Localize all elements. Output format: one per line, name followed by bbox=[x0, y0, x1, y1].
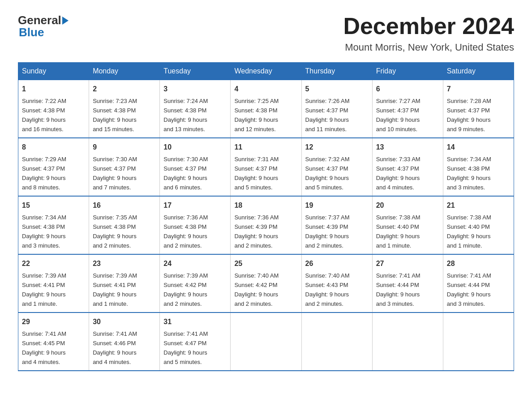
day-number: 16 bbox=[93, 200, 156, 211]
calendar-table: Sunday Monday Tuesday Wednesday Thursday… bbox=[18, 62, 514, 371]
day-info: Sunrise: 7:41 AMSunset: 4:47 PMDaylight:… bbox=[163, 330, 208, 365]
day-info: Sunrise: 7:41 AMSunset: 4:46 PMDaylight:… bbox=[93, 330, 137, 365]
calendar-day-cell bbox=[443, 313, 514, 371]
calendar-day-cell: 20 Sunrise: 7:38 AMSunset: 4:40 PMDaylig… bbox=[372, 196, 443, 254]
calendar-week-row: 8 Sunrise: 7:29 AMSunset: 4:37 PMDayligh… bbox=[18, 138, 514, 196]
day-number: 13 bbox=[376, 142, 439, 153]
day-number: 3 bbox=[163, 84, 227, 94]
calendar-day-cell: 1 Sunrise: 7:22 AMSunset: 4:38 PMDayligh… bbox=[18, 80, 89, 138]
calendar-week-row: 15 Sunrise: 7:34 AMSunset: 4:38 PMDaylig… bbox=[18, 196, 514, 254]
calendar-day-cell: 31 Sunrise: 7:41 AMSunset: 4:47 PMDaylig… bbox=[160, 313, 231, 371]
calendar-day-cell: 18 Sunrise: 7:36 AMSunset: 4:39 PMDaylig… bbox=[231, 196, 301, 254]
day-number: 2 bbox=[93, 84, 156, 94]
day-info: Sunrise: 7:36 AMSunset: 4:38 PMDaylight:… bbox=[163, 214, 208, 249]
calendar-day-cell: 17 Sunrise: 7:36 AMSunset: 4:38 PMDaylig… bbox=[160, 196, 231, 254]
day-info: Sunrise: 7:39 AMSunset: 4:41 PMDaylight:… bbox=[22, 272, 66, 307]
day-number: 9 bbox=[93, 142, 156, 153]
day-number: 17 bbox=[163, 200, 227, 211]
day-info: Sunrise: 7:37 AMSunset: 4:39 PMDaylight:… bbox=[305, 214, 350, 249]
day-number: 27 bbox=[376, 258, 439, 269]
day-number: 19 bbox=[305, 200, 369, 211]
calendar-day-cell: 27 Sunrise: 7:41 AMSunset: 4:44 PMDaylig… bbox=[372, 254, 443, 313]
day-number: 11 bbox=[234, 142, 297, 153]
calendar-day-cell: 8 Sunrise: 7:29 AMSunset: 4:37 PMDayligh… bbox=[18, 138, 89, 196]
day-number: 20 bbox=[376, 200, 439, 211]
calendar-day-cell: 23 Sunrise: 7:39 AMSunset: 4:41 PMDaylig… bbox=[89, 254, 160, 313]
day-number: 26 bbox=[305, 258, 369, 269]
day-number: 5 bbox=[305, 84, 369, 94]
day-info: Sunrise: 7:40 AMSunset: 4:43 PMDaylight:… bbox=[305, 272, 350, 307]
day-info: Sunrise: 7:40 AMSunset: 4:42 PMDaylight:… bbox=[234, 272, 279, 307]
day-info: Sunrise: 7:36 AMSunset: 4:39 PMDaylight:… bbox=[234, 214, 279, 249]
day-number: 28 bbox=[447, 258, 510, 269]
calendar-day-cell: 16 Sunrise: 7:35 AMSunset: 4:38 PMDaylig… bbox=[89, 196, 160, 254]
day-info: Sunrise: 7:29 AMSunset: 4:37 PMDaylight:… bbox=[22, 156, 66, 191]
calendar-week-row: 1 Sunrise: 7:22 AMSunset: 4:38 PMDayligh… bbox=[18, 80, 514, 138]
day-info: Sunrise: 7:26 AMSunset: 4:37 PMDaylight:… bbox=[305, 98, 350, 133]
calendar-week-row: 29 Sunrise: 7:41 AMSunset: 4:45 PMDaylig… bbox=[18, 313, 514, 371]
day-info: Sunrise: 7:23 AMSunset: 4:38 PMDaylight:… bbox=[93, 98, 137, 133]
day-number: 30 bbox=[93, 317, 156, 327]
calendar-day-cell: 9 Sunrise: 7:30 AMSunset: 4:37 PMDayligh… bbox=[89, 138, 160, 196]
day-number: 12 bbox=[305, 142, 369, 153]
day-info: Sunrise: 7:35 AMSunset: 4:38 PMDaylight:… bbox=[93, 214, 137, 249]
day-info: Sunrise: 7:33 AMSunset: 4:37 PMDaylight:… bbox=[376, 156, 420, 191]
calendar-day-cell: 24 Sunrise: 7:39 AMSunset: 4:42 PMDaylig… bbox=[160, 254, 231, 313]
day-info: Sunrise: 7:34 AMSunset: 4:38 PMDaylight:… bbox=[447, 156, 491, 191]
calendar-day-cell: 21 Sunrise: 7:38 AMSunset: 4:40 PMDaylig… bbox=[443, 196, 514, 254]
calendar-day-cell bbox=[231, 313, 301, 371]
logo-triangle-icon bbox=[62, 17, 69, 25]
header-sunday: Sunday bbox=[18, 63, 89, 80]
day-number: 18 bbox=[234, 200, 297, 211]
logo-blue: Blue bbox=[18, 26, 44, 39]
day-info: Sunrise: 7:32 AMSunset: 4:37 PMDaylight:… bbox=[305, 156, 350, 191]
day-number: 10 bbox=[163, 142, 227, 153]
calendar-day-cell: 15 Sunrise: 7:34 AMSunset: 4:38 PMDaylig… bbox=[18, 196, 89, 254]
main-title: December 2024 bbox=[343, 13, 514, 39]
day-info: Sunrise: 7:28 AMSunset: 4:37 PMDaylight:… bbox=[447, 98, 491, 133]
day-number: 14 bbox=[447, 142, 510, 153]
calendar-day-cell: 29 Sunrise: 7:41 AMSunset: 4:45 PMDaylig… bbox=[18, 313, 89, 371]
day-number: 22 bbox=[22, 258, 85, 269]
day-info: Sunrise: 7:27 AMSunset: 4:37 PMDaylight:… bbox=[376, 98, 420, 133]
day-number: 21 bbox=[447, 200, 510, 211]
calendar-day-cell: 10 Sunrise: 7:30 AMSunset: 4:37 PMDaylig… bbox=[160, 138, 231, 196]
day-info: Sunrise: 7:34 AMSunset: 4:38 PMDaylight:… bbox=[22, 214, 66, 249]
calendar-day-cell: 25 Sunrise: 7:40 AMSunset: 4:42 PMDaylig… bbox=[231, 254, 301, 313]
calendar-day-cell: 30 Sunrise: 7:41 AMSunset: 4:46 PMDaylig… bbox=[89, 313, 160, 371]
header-wednesday: Wednesday bbox=[231, 63, 301, 80]
header-tuesday: Tuesday bbox=[160, 63, 231, 80]
day-info: Sunrise: 7:25 AMSunset: 4:38 PMDaylight:… bbox=[234, 98, 279, 133]
calendar-day-cell: 3 Sunrise: 7:24 AMSunset: 4:38 PMDayligh… bbox=[160, 80, 231, 138]
day-info: Sunrise: 7:31 AMSunset: 4:37 PMDaylight:… bbox=[234, 156, 279, 191]
calendar-day-cell: 5 Sunrise: 7:26 AMSunset: 4:37 PMDayligh… bbox=[301, 80, 372, 138]
day-number: 24 bbox=[163, 258, 227, 269]
title-area: December 2024 Mount Morris, New York, Un… bbox=[343, 13, 514, 53]
day-info: Sunrise: 7:38 AMSunset: 4:40 PMDaylight:… bbox=[376, 214, 420, 249]
calendar-day-cell: 14 Sunrise: 7:34 AMSunset: 4:38 PMDaylig… bbox=[443, 138, 514, 196]
day-number: 8 bbox=[22, 142, 85, 153]
day-info: Sunrise: 7:24 AMSunset: 4:38 PMDaylight:… bbox=[163, 98, 208, 133]
day-info: Sunrise: 7:41 AMSunset: 4:45 PMDaylight:… bbox=[22, 330, 66, 365]
day-info: Sunrise: 7:41 AMSunset: 4:44 PMDaylight:… bbox=[376, 272, 420, 307]
header-monday: Monday bbox=[89, 63, 160, 80]
calendar-day-cell: 26 Sunrise: 7:40 AMSunset: 4:43 PMDaylig… bbox=[301, 254, 372, 313]
calendar-day-cell: 11 Sunrise: 7:31 AMSunset: 4:37 PMDaylig… bbox=[231, 138, 301, 196]
day-number: 23 bbox=[93, 258, 156, 269]
calendar-day-cell: 28 Sunrise: 7:41 AMSunset: 4:44 PMDaylig… bbox=[443, 254, 514, 313]
day-number: 6 bbox=[376, 84, 439, 94]
subtitle: Mount Morris, New York, United States bbox=[343, 42, 514, 53]
day-info: Sunrise: 7:38 AMSunset: 4:40 PMDaylight:… bbox=[447, 214, 491, 249]
calendar-day-cell: 4 Sunrise: 7:25 AMSunset: 4:38 PMDayligh… bbox=[231, 80, 301, 138]
day-number: 15 bbox=[22, 200, 85, 211]
calendar-day-cell bbox=[301, 313, 372, 371]
day-info: Sunrise: 7:22 AMSunset: 4:38 PMDaylight:… bbox=[22, 98, 66, 133]
day-number: 4 bbox=[234, 84, 297, 94]
day-info: Sunrise: 7:30 AMSunset: 4:37 PMDaylight:… bbox=[163, 156, 208, 191]
day-info: Sunrise: 7:30 AMSunset: 4:37 PMDaylight:… bbox=[93, 156, 137, 191]
calendar-day-cell: 6 Sunrise: 7:27 AMSunset: 4:37 PMDayligh… bbox=[372, 80, 443, 138]
calendar-header-row: Sunday Monday Tuesday Wednesday Thursday… bbox=[18, 63, 514, 80]
day-info: Sunrise: 7:39 AMSunset: 4:41 PMDaylight:… bbox=[93, 272, 137, 307]
day-number: 29 bbox=[22, 317, 85, 327]
calendar-day-cell: 7 Sunrise: 7:28 AMSunset: 4:37 PMDayligh… bbox=[443, 80, 514, 138]
